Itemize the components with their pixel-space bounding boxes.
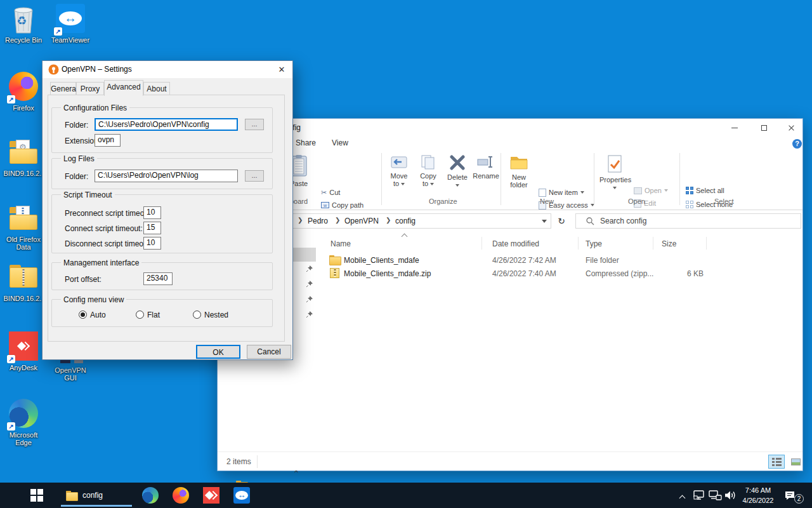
desktop-icon-anydesk[interactable]: ↗ AnyDesk (1, 331, 46, 371)
radio-flat[interactable] (136, 311, 144, 319)
tab-general[interactable]: General (50, 82, 76, 95)
breadcrumb-openvpn[interactable]: OpenVPN (344, 217, 379, 225)
breadcrumb-pedro[interactable]: Pedro (308, 217, 328, 225)
disconnect-timeout-input[interactable]: 10 (143, 237, 161, 250)
config-folder-input[interactable]: C:\Users\Pedro\OpenVPN\config (95, 118, 238, 131)
preconnect-timeout-input[interactable]: 10 (143, 206, 161, 219)
cut-button[interactable]: ✂ Cut (321, 187, 340, 198)
file-name: Mobile_Clients_mdafe.zip (344, 269, 431, 278)
new-item-button[interactable]: New item (539, 187, 584, 198)
thumbnail-view-icon (791, 458, 801, 465)
tray-remote-monitor-icon[interactable] (693, 490, 706, 501)
shortcut-arrow-icon: ↗ (7, 422, 15, 431)
properties-button[interactable]: Properties (599, 152, 630, 196)
tray-clock[interactable]: 7:46 AM 4/26/2022 (740, 485, 776, 505)
maximize-button[interactable] (749, 119, 778, 137)
file-date: 4/26/2022 7:40 AM (492, 269, 556, 278)
archive-folder-icon (8, 207, 39, 234)
copy-to-button[interactable]: Copy to (414, 152, 442, 196)
taskbar-config-button[interactable]: config (61, 483, 132, 508)
search-box[interactable]: Search config (575, 213, 801, 229)
folder-icon (329, 255, 340, 264)
log-folder-input[interactable]: C:\Users\Pedro\OpenVPN\log (95, 170, 238, 182)
column-header-type[interactable]: Type (586, 239, 602, 248)
edge-icon: ↗ (8, 399, 39, 429)
taskbar-firefox-button[interactable] (166, 483, 196, 508)
connect-timeout-input[interactable]: 15 (143, 222, 161, 234)
move-to-button[interactable]: Move to (385, 152, 413, 196)
copy-path-button[interactable]: w Copy path (321, 199, 363, 211)
column-header-size[interactable]: Size (662, 239, 676, 248)
desktop-icon-old-firefox-data[interactable]: Old Firefox Data (1, 204, 46, 251)
cancel-button[interactable]: Cancel (247, 345, 291, 359)
group-legend: Log Files (61, 154, 97, 163)
group-legend: Configuration Files (61, 104, 129, 112)
tab-about[interactable]: About (143, 82, 170, 95)
desktop-icon-firefox[interactable]: ↗ Firefox (1, 72, 46, 112)
rename-button[interactable]: Rename (471, 152, 501, 196)
zip-folder-icon (8, 265, 39, 293)
delete-button[interactable]: Delete (443, 152, 471, 196)
dropdown-caret-icon (430, 183, 434, 185)
folder-label: Folder: (65, 121, 88, 130)
explorer-titlebar[interactable]: config (218, 119, 802, 137)
clock-time: 7:46 AM (740, 485, 776, 495)
start-button[interactable] (22, 483, 52, 508)
group-log-files: Log Files Folder: C:\Users\Pedro\OpenVPN… (51, 158, 273, 189)
pin-icon (306, 311, 313, 318)
shortcut-arrow-icon: ↗ (54, 27, 62, 36)
ok-button[interactable]: OK (196, 345, 240, 359)
port-offset-input[interactable]: 25340 (143, 272, 173, 285)
details-view-button[interactable] (768, 455, 785, 469)
desktop-icon-recycle-bin[interactable]: ♻ Recycle Bin (1, 4, 46, 44)
new-group-label: New (540, 197, 554, 205)
radio-nested[interactable] (193, 311, 201, 319)
tray-network-icon[interactable] (709, 490, 723, 501)
column-header-date[interactable]: Date modified (492, 239, 539, 248)
desktop-icon-microsoft-edge[interactable]: ↗ Microsoft Edge (1, 399, 46, 446)
column-header-name[interactable]: Name (331, 239, 351, 248)
tab-proxy[interactable]: Proxy (76, 82, 104, 95)
refresh-button[interactable]: ↻ (553, 213, 570, 229)
open-button[interactable]: Open (634, 185, 668, 196)
minimize-button[interactable] (720, 119, 749, 137)
dialog-titlebar[interactable]: OpenVPN – Settings ✕ (43, 61, 292, 78)
log-folder-browse-button[interactable]: ... (245, 170, 264, 182)
tab-view[interactable]: View (325, 137, 355, 150)
pin-icon (306, 280, 313, 288)
group-configuration-files: Configuration Files Folder: C:\Users\Ped… (51, 107, 273, 153)
select-all-button[interactable]: Select all (686, 185, 724, 196)
dialog-close-icon[interactable]: ✕ (271, 61, 292, 78)
close-button[interactable] (778, 119, 804, 137)
tab-share[interactable]: Share (289, 137, 322, 150)
open-group-label: Open (628, 197, 645, 205)
tab-advanced[interactable]: Advanced (104, 80, 143, 96)
taskbar-button-label: config (82, 491, 103, 500)
desktop-icon-teamviewer[interactable]: ↔ ↗ TeamViewer (48, 4, 93, 44)
tray-volume-icon[interactable] (724, 490, 737, 501)
group-legend: Management interface (61, 258, 141, 267)
group-legend: Script Timeout (61, 190, 115, 199)
new-folder-button[interactable]: New folder (504, 152, 534, 196)
scissors-icon: ✂ (321, 189, 327, 197)
config-folder-browse-button[interactable]: ... (245, 119, 264, 130)
breadcrumb-config[interactable]: config (395, 217, 416, 225)
notification-badge: 2 (794, 494, 804, 504)
address-dropdown-icon[interactable] (542, 220, 547, 223)
desktop-icon-bind9-zip[interactable]: BIND9.16.2.. (1, 262, 46, 302)
taskbar-edge-button[interactable] (135, 483, 166, 508)
taskbar-teamviewer-button[interactable]: ↔ (226, 483, 257, 508)
tray-expand-icon[interactable] (680, 493, 684, 502)
taskbar-anydesk-button[interactable] (196, 483, 226, 508)
details-view-icon (772, 458, 782, 466)
gear-folder-icon: ⚙ (8, 141, 39, 168)
extension-input[interactable]: ovpn (95, 134, 121, 147)
address-bar[interactable]: ❯ Pedro ❯ OpenVPN ❯ config (267, 213, 551, 229)
radio-auto[interactable] (79, 311, 87, 319)
thumbnail-view-button[interactable] (787, 455, 804, 469)
zip-file-icon (330, 268, 339, 278)
search-placeholder: Search config (600, 217, 646, 225)
windows-logo-icon (30, 489, 43, 502)
help-icon[interactable]: ? (792, 139, 802, 149)
desktop-icon-bind9-folder[interactable]: ⚙ BIND9.16.2.. (1, 138, 46, 177)
